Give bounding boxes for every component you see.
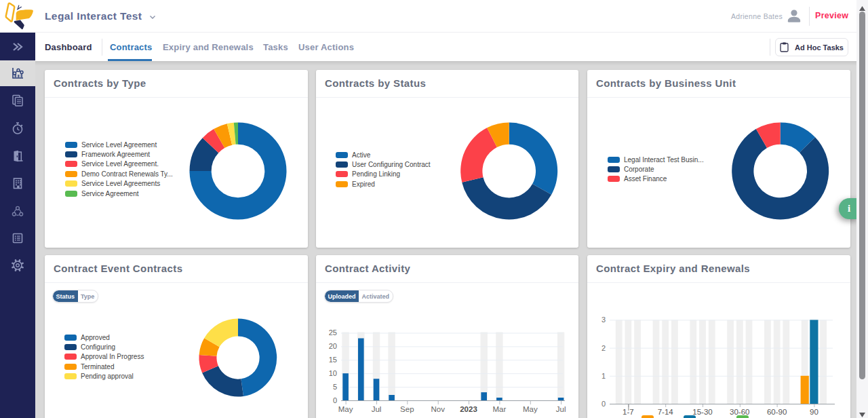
svg-text:2023: 2023 [460,405,477,413]
svg-text:20: 20 [329,342,337,350]
svg-text:10: 10 [329,369,337,377]
svg-text:5: 5 [333,383,337,391]
svg-text:25: 25 [329,328,337,337]
svg-text:30-60: 30-60 [730,408,749,416]
svg-text:Jul: Jul [556,405,566,413]
svg-text:1: 1 [601,372,606,380]
svg-text:3: 3 [601,316,606,324]
svg-text:May: May [523,405,538,413]
svg-text:Jul: Jul [372,405,382,413]
svg-text:May: May [338,405,353,413]
svg-text:Nov: Nov [431,405,445,413]
svg-text:15: 15 [329,356,337,364]
svg-text:Sep: Sep [400,405,414,413]
svg-text:0: 0 [601,400,606,408]
svg-text:0: 0 [333,396,337,404]
svg-text:60-90: 60-90 [767,408,787,416]
svg-text:7-14: 7-14 [658,408,674,416]
svg-text:Mar: Mar [492,405,506,413]
svg-text:90: 90 [810,408,818,416]
svg-text:2: 2 [601,344,606,352]
svg-text:15-30: 15-30 [692,408,712,416]
